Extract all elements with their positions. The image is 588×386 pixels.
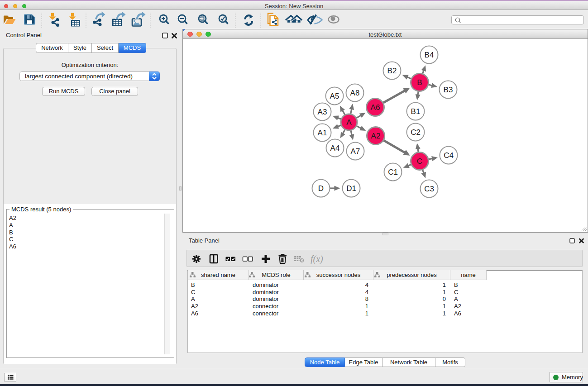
- svg-text:A2: A2: [371, 132, 381, 140]
- svg-text:A1: A1: [318, 129, 327, 137]
- svg-text:f(x): f(x): [311, 254, 323, 264]
- svg-text:A3: A3: [318, 108, 327, 116]
- svg-text:C4: C4: [444, 151, 454, 160]
- svg-text:C3: C3: [424, 185, 434, 193]
- svg-text:A5: A5: [330, 92, 339, 100]
- svg-text:B3: B3: [444, 86, 453, 94]
- svg-text:A7: A7: [351, 147, 360, 156]
- svg-text:C1: C1: [388, 168, 398, 176]
- svg-text:B: B: [417, 78, 422, 87]
- svg-text:A: A: [346, 118, 352, 127]
- svg-text:C: C: [417, 157, 422, 166]
- svg-text:A6: A6: [371, 103, 380, 112]
- svg-text:D: D: [318, 184, 324, 193]
- svg-text:B1: B1: [411, 107, 421, 116]
- svg-text:B2: B2: [387, 67, 397, 75]
- svg-text:A4: A4: [330, 144, 340, 152]
- svg-text:B4: B4: [425, 51, 434, 59]
- svg-text:C2: C2: [411, 128, 421, 137]
- svg-text:D1: D1: [346, 184, 356, 193]
- svg-text:A8: A8: [350, 89, 360, 97]
